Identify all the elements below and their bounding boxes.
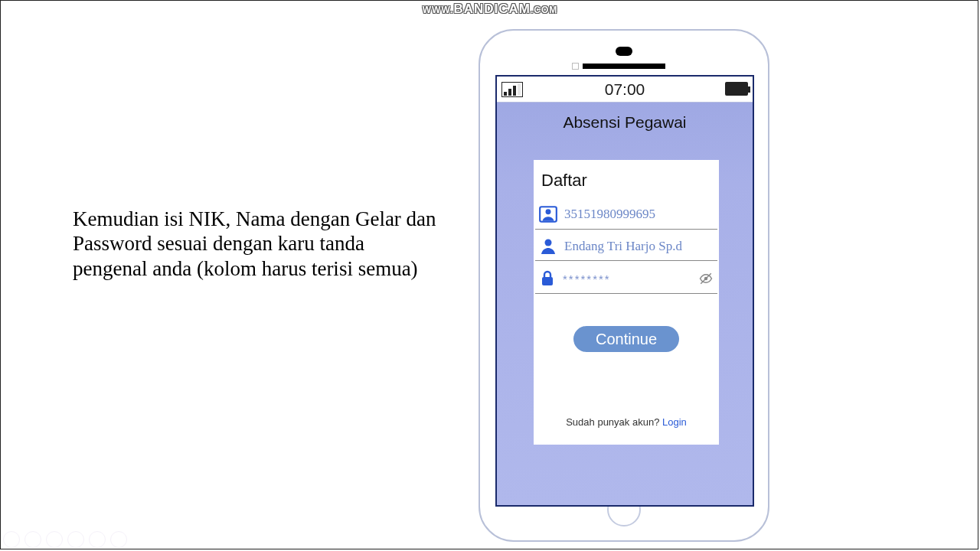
presenter-prev-icon[interactable]	[3, 531, 20, 548]
continue-button[interactable]: Continue	[573, 326, 679, 352]
phone-mockup: 07:00 Absensi Pegawai Daftar 35151980999…	[479, 29, 769, 542]
instruction-text: Kemudian isi NIK, Nama dengan Gelar dan …	[73, 207, 440, 281]
signal-icon	[501, 82, 523, 97]
phone-screen: 07:00 Absensi Pegawai Daftar 35151980999…	[495, 75, 754, 507]
user-icon	[538, 237, 558, 256]
password-value: ********	[563, 272, 611, 285]
name-field[interactable]: Endang Tri Harjo Sp.d	[535, 234, 717, 261]
form-title: Daftar	[534, 160, 719, 197]
presenter-screen-icon[interactable]	[67, 531, 84, 548]
nik-field[interactable]: 35151980999695	[535, 201, 717, 230]
id-card-icon	[538, 204, 558, 224]
svg-point-1	[546, 209, 551, 214]
app-title: Absensi Pegawai	[497, 113, 753, 132]
presenter-more-icon[interactable]	[110, 531, 127, 548]
presenter-controls	[3, 531, 127, 548]
battery-icon	[725, 82, 748, 96]
nik-value: 35151980999695	[564, 207, 655, 222]
register-card: Daftar 35151980999695 Endang Tri Harjo S…	[534, 160, 719, 445]
footer-text: Sudah punyak akun?	[566, 416, 662, 428]
lock-icon	[538, 269, 557, 289]
login-link[interactable]: Login	[662, 416, 687, 428]
presenter-pen-icon[interactable]	[46, 531, 63, 548]
presenter-zoom-icon[interactable]	[89, 531, 106, 548]
eye-off-icon[interactable]	[697, 272, 714, 285]
phone-camera	[616, 47, 632, 56]
password-field[interactable]: ********	[535, 266, 717, 294]
phone-sensor	[572, 63, 579, 70]
presenter-next-icon[interactable]	[24, 531, 41, 548]
clock: 07:00	[605, 80, 645, 99]
name-value: Endang Tri Harjo Sp.d	[564, 239, 682, 254]
status-bar: 07:00	[497, 77, 753, 103]
login-prompt: Sudah punyak akun? Login	[534, 416, 719, 428]
phone-earpiece	[583, 64, 665, 69]
svg-point-2	[545, 240, 552, 246]
bandicam-watermark: WWW.BANDICAM.COM	[423, 2, 558, 17]
svg-rect-3	[542, 277, 553, 285]
